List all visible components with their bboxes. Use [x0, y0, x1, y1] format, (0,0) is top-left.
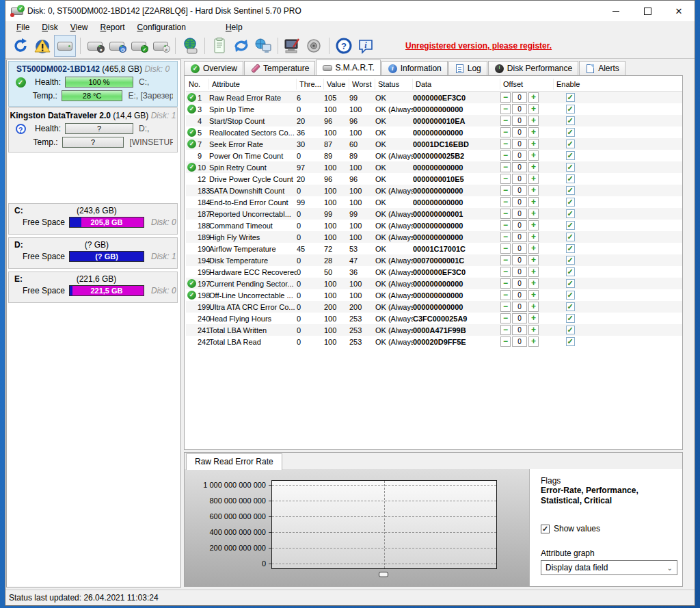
disk-analyse-icon[interactable]: ⌕ — [150, 36, 171, 56]
enable-checkbox[interactable]: ✓ — [566, 244, 575, 253]
enable-checkbox[interactable]: ✓ — [566, 291, 575, 300]
offset-increase-button[interactable]: + — [528, 232, 539, 242]
offset-value[interactable]: 0 — [512, 92, 527, 103]
offset-value[interactable]: 0 — [512, 232, 527, 242]
offset-increase-button[interactable]: + — [528, 185, 539, 196]
network-icon[interactable] — [253, 36, 273, 56]
disk-surface-test-icon[interactable]: ● — [85, 36, 105, 56]
enable-checkbox[interactable]: ✓ — [566, 105, 575, 114]
tab-overview[interactable]: ✓Overview — [184, 61, 243, 75]
offset-decrease-button[interactable]: − — [500, 92, 511, 103]
table-row[interactable]: ✓3Spin Up Time0100100OK (Always...000000… — [186, 103, 682, 115]
enable-checkbox[interactable]: ✓ — [566, 337, 575, 346]
offset-increase-button[interactable]: + — [528, 255, 539, 265]
sound-icon[interactable] — [304, 36, 325, 56]
volume-card-c[interactable]: C: (243,6 GB) Free Space 205,8 GB Disk: … — [8, 203, 178, 235]
table-row[interactable]: 242Total LBA Read0100253OK (Always...000… — [186, 336, 682, 347]
enable-checkbox[interactable]: ✓ — [566, 163, 575, 172]
offset-decrease-button[interactable]: − — [500, 104, 511, 114]
offset-decrease-button[interactable]: − — [500, 325, 511, 335]
table-row[interactable]: 195Hardware ECC Recovered05036OK (Always… — [186, 266, 682, 278]
offset-value[interactable]: 0 — [512, 255, 527, 265]
info-icon[interactable]: i — [355, 36, 376, 56]
enable-checkbox[interactable]: ✓ — [566, 221, 575, 230]
tab-disk-performance[interactable]: Disk Performance — [488, 61, 578, 75]
enable-checkbox[interactable]: ✓ — [566, 174, 575, 183]
table-row[interactable]: 188Command Timeout0100100OK (Always...00… — [186, 220, 682, 231]
offset-increase-button[interactable]: + — [528, 290, 539, 300]
disk-health-icon[interactable]: ✓ — [129, 36, 149, 56]
offset-value[interactable]: 0 — [512, 127, 527, 137]
offset-decrease-button[interactable]: − — [500, 243, 511, 254]
header-worst[interactable]: Worst — [349, 79, 375, 90]
offset-increase-button[interactable]: + — [528, 92, 539, 103]
show-values-checkbox[interactable]: ✓ — [541, 525, 550, 533]
volume-card-e[interactable]: E: (221,6 GB) Free Space 221,5 GB Disk: … — [8, 272, 178, 303]
offset-decrease-button[interactable]: − — [500, 220, 511, 230]
table-row[interactable]: ✓198Off-Line Uncorrectable ...0100100OK … — [186, 289, 682, 301]
offset-value[interactable]: 0 — [512, 278, 527, 289]
offset-decrease-button[interactable]: − — [500, 255, 511, 265]
remote-monitor-icon[interactable] — [282, 36, 303, 56]
offset-value[interactable]: 0 — [512, 150, 527, 161]
help-icon[interactable]: ? — [334, 36, 354, 56]
header-attribute[interactable]: Attribute — [209, 79, 297, 90]
offset-increase-button[interactable]: + — [528, 209, 539, 219]
offset-value[interactable]: 0 — [512, 243, 527, 254]
header-threshold[interactable]: Thre... — [297, 79, 324, 90]
offset-value[interactable]: 0 — [512, 267, 527, 277]
offset-increase-button[interactable]: + — [528, 174, 539, 184]
tab-temperature[interactable]: Temperature — [244, 61, 315, 75]
attribute-graph-dropdown[interactable]: Display data field ⌄ — [541, 560, 677, 575]
offset-value[interactable]: 0 — [512, 174, 527, 184]
table-row[interactable]: ✓5Reallocated Sectors Co...36100100OK000… — [186, 127, 682, 138]
table-row[interactable]: 183SATA Downshift Count0100100OK (Always… — [186, 185, 682, 196]
tab-log[interactable]: Log — [448, 61, 487, 75]
table-row[interactable]: ✓197Current Pending Sector...0100100OK (… — [186, 278, 682, 289]
volume-card-d[interactable]: D: (? GB) Free Space (? GB) Disk: 1 — [8, 237, 178, 269]
header-offset[interactable]: Offset — [500, 79, 554, 90]
table-row[interactable]: 194Disk Temperature02847OK (Always...000… — [186, 254, 682, 266]
header-no[interactable]: No. — [186, 79, 209, 90]
register-link[interactable]: Unregistered version, please register. — [405, 41, 552, 51]
menu-view[interactable]: View — [64, 22, 94, 33]
menu-report[interactable]: Report — [94, 22, 131, 33]
enable-checkbox[interactable]: ✓ — [566, 256, 575, 265]
offset-value[interactable]: 0 — [512, 302, 527, 312]
offset-decrease-button[interactable]: − — [500, 336, 511, 347]
report-icon[interactable] — [209, 36, 230, 56]
table-row[interactable]: 187Reported Uncorrectabl...09999OK (Alwa… — [186, 208, 682, 220]
offset-increase-button[interactable]: + — [528, 150, 539, 161]
table-row[interactable]: 189High Fly Writes0100100OK (Always...00… — [186, 231, 682, 243]
menu-file[interactable]: File — [10, 22, 36, 33]
enable-checkbox[interactable]: ✓ — [566, 209, 575, 218]
table-row[interactable]: ✓7Seek Error Rate308760OK00001DC16EBD−0+… — [186, 138, 682, 150]
offset-value[interactable]: 0 — [512, 139, 527, 149]
tab-alerts[interactable]: Alerts — [579, 61, 625, 75]
offset-increase-button[interactable]: + — [528, 197, 539, 207]
table-row[interactable]: 240Head Flying Hours0100253OK (Always...… — [186, 313, 682, 324]
offset-decrease-button[interactable]: − — [500, 290, 511, 300]
enable-checkbox[interactable]: ✓ — [566, 326, 575, 334]
offset-value[interactable]: 0 — [512, 290, 527, 300]
offset-increase-button[interactable]: + — [528, 302, 539, 312]
disk-card-st500dm002[interactable]: ST500DM002-1BD142 (465,8 GB) Disk: 0 ✓ H… — [8, 61, 178, 107]
menu-configuration[interactable]: Configuration — [131, 22, 192, 33]
offset-increase-button[interactable]: + — [528, 267, 539, 277]
offset-decrease-button[interactable]: − — [500, 139, 511, 149]
disk-card-kingston[interactable]: Kingston DataTraveler 2.0 (14,4 GB) Disk… — [8, 107, 178, 153]
offset-value[interactable]: 0 — [512, 185, 527, 196]
graph-tab-raw-read-error-rate[interactable]: Raw Read Error Rate — [186, 453, 282, 470]
tab-information[interactable]: iInformation — [381, 61, 448, 75]
close-button[interactable]: ✕ — [663, 1, 695, 21]
enable-checkbox[interactable]: ✓ — [566, 128, 575, 137]
enable-checkbox[interactable]: ✓ — [566, 186, 575, 195]
disk-schedule-icon[interactable]: ◷ — [107, 36, 127, 56]
offset-increase-button[interactable]: + — [528, 162, 539, 172]
enable-checkbox[interactable]: ✓ — [566, 93, 575, 102]
offset-decrease-button[interactable]: − — [500, 302, 511, 312]
offset-decrease-button[interactable]: − — [500, 313, 511, 323]
offset-increase-button[interactable]: + — [528, 313, 539, 323]
menu-help[interactable]: Help — [219, 22, 249, 33]
enable-checkbox[interactable]: ✓ — [566, 302, 575, 311]
